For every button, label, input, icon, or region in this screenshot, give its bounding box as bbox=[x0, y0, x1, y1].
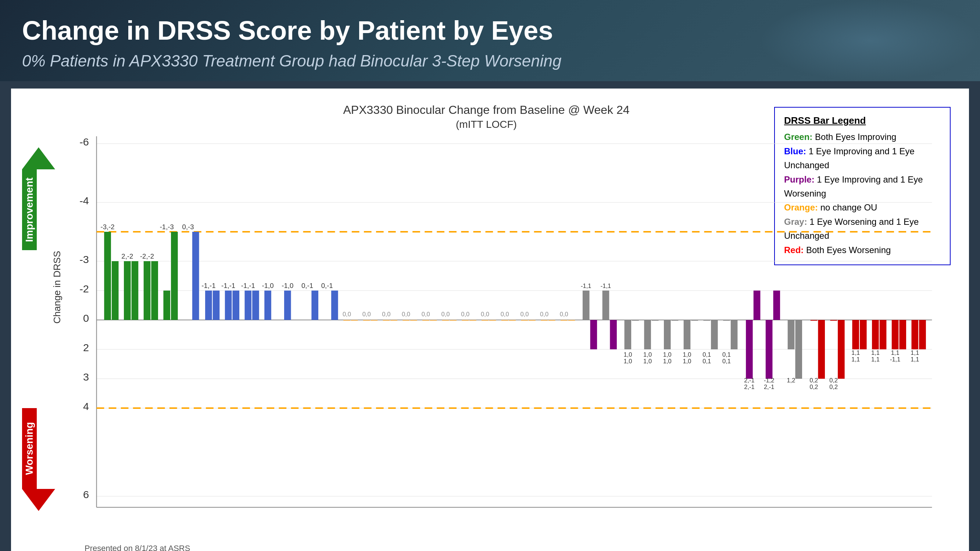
svg-text:-1,-1: -1,-1 bbox=[241, 282, 255, 290]
svg-text:0,0: 0,0 bbox=[343, 311, 351, 318]
svg-text:-3: -3 bbox=[80, 254, 89, 265]
svg-text:2,-2: 2,-2 bbox=[121, 253, 133, 260]
svg-rect-132 bbox=[795, 320, 802, 379]
svg-rect-30 bbox=[163, 291, 170, 320]
svg-text:1,0: 1,0 bbox=[624, 358, 632, 365]
down-arrow-triangle bbox=[22, 489, 55, 511]
svg-text:2: 2 bbox=[83, 342, 89, 353]
svg-text:1,0: 1,0 bbox=[663, 351, 671, 358]
svg-text:1,2: 1,2 bbox=[787, 377, 795, 384]
header: Change in DRSS Score by Patient by Eyes … bbox=[0, 0, 980, 81]
svg-rect-57 bbox=[343, 320, 350, 321]
svg-text:0,0: 0,0 bbox=[441, 311, 450, 318]
svg-text:-1,-3: -1,-3 bbox=[160, 223, 174, 231]
svg-text:0,0: 0,0 bbox=[422, 311, 430, 318]
svg-rect-135 bbox=[818, 320, 825, 379]
svg-text:1,1: 1,1 bbox=[851, 356, 860, 363]
svg-rect-42 bbox=[245, 291, 252, 320]
svg-rect-61 bbox=[371, 320, 378, 321]
svg-rect-143 bbox=[860, 320, 867, 349]
svg-text:0,0: 0,0 bbox=[461, 311, 469, 318]
svg-rect-73 bbox=[450, 320, 457, 321]
svg-text:0,2: 0,2 bbox=[829, 384, 838, 391]
svg-rect-63 bbox=[383, 320, 390, 321]
svg-rect-115 bbox=[703, 320, 710, 321]
svg-rect-146 bbox=[872, 320, 879, 349]
svg-rect-45 bbox=[264, 291, 271, 320]
svg-text:1,1: 1,1 bbox=[851, 350, 860, 356]
improvement-label: Improvement bbox=[22, 169, 37, 250]
svg-text:-1,-1: -1,-1 bbox=[202, 282, 215, 290]
svg-text:1,1: 1,1 bbox=[871, 350, 880, 356]
svg-rect-87 bbox=[541, 320, 548, 321]
svg-rect-112 bbox=[691, 320, 698, 321]
svg-text:1,0: 1,0 bbox=[663, 358, 671, 365]
svg-rect-52 bbox=[311, 291, 318, 320]
svg-rect-154 bbox=[912, 320, 919, 349]
svg-text:0,0: 0,0 bbox=[481, 311, 489, 318]
svg-text:1,1: 1,1 bbox=[891, 350, 899, 356]
svg-rect-151 bbox=[899, 320, 906, 349]
svg-rect-147 bbox=[880, 320, 887, 349]
svg-text:0,0: 0,0 bbox=[402, 311, 410, 318]
svg-rect-93 bbox=[582, 291, 590, 320]
svg-text:-1,1: -1,1 bbox=[601, 283, 611, 289]
svg-text:0,2: 0,2 bbox=[829, 377, 838, 384]
svg-rect-131 bbox=[788, 320, 795, 349]
svg-text:-3,-2: -3,-2 bbox=[101, 223, 115, 231]
svg-text:0,0: 0,0 bbox=[560, 311, 568, 318]
svg-text:-1,1: -1,1 bbox=[581, 283, 591, 289]
svg-rect-24 bbox=[124, 261, 131, 320]
svg-rect-123 bbox=[746, 320, 753, 379]
svg-rect-150 bbox=[892, 320, 899, 349]
svg-rect-111 bbox=[684, 320, 691, 349]
svg-rect-128 bbox=[773, 291, 780, 320]
svg-text:4: 4 bbox=[83, 401, 89, 412]
svg-rect-96 bbox=[603, 291, 609, 320]
svg-text:-1,0: -1,0 bbox=[262, 282, 274, 290]
svg-rect-103 bbox=[644, 320, 651, 349]
subtitle: 0% Patients in APX3330 Treatment Group h… bbox=[22, 52, 958, 70]
svg-text:0,-1: 0,-1 bbox=[301, 282, 313, 290]
svg-rect-27 bbox=[144, 261, 151, 320]
svg-text:-6: -6 bbox=[80, 136, 89, 148]
svg-rect-34 bbox=[192, 232, 199, 320]
svg-rect-99 bbox=[625, 320, 632, 349]
svg-text:-2,-2: -2,-2 bbox=[140, 253, 154, 260]
svg-rect-120 bbox=[731, 320, 738, 349]
svg-rect-40 bbox=[232, 291, 239, 320]
svg-text:1,0: 1,0 bbox=[683, 351, 692, 358]
svg-rect-21 bbox=[104, 232, 111, 320]
svg-rect-104 bbox=[652, 320, 659, 321]
svg-text:1,0: 1,0 bbox=[683, 358, 692, 365]
svg-text:0,1: 0,1 bbox=[722, 358, 731, 365]
svg-rect-85 bbox=[528, 320, 536, 321]
svg-rect-58 bbox=[351, 320, 358, 321]
svg-text:2,-1: 2,-1 bbox=[744, 377, 754, 384]
svg-rect-22 bbox=[112, 261, 119, 320]
svg-rect-134 bbox=[811, 320, 818, 321]
svg-rect-116 bbox=[711, 320, 718, 349]
chart-container: APX3330 Binocular Change from Baseline @… bbox=[11, 89, 969, 551]
up-arrow-triangle bbox=[22, 147, 55, 169]
svg-rect-127 bbox=[766, 320, 773, 379]
svg-rect-155 bbox=[919, 320, 926, 349]
svg-text:-1,1: -1,1 bbox=[890, 356, 900, 363]
svg-rect-100 bbox=[632, 320, 639, 321]
svg-rect-142 bbox=[852, 320, 859, 349]
svg-rect-90 bbox=[561, 320, 568, 321]
svg-text:0,2: 0,2 bbox=[810, 377, 818, 384]
svg-text:0,-3: 0,-3 bbox=[182, 223, 194, 231]
svg-text:0,0: 0,0 bbox=[520, 311, 528, 318]
chart-svg: -6 -4 -3 -2 0 2 3 4 6 -3,-2 2,-2 -2,-2 bbox=[66, 125, 940, 514]
svg-text:-2: -2 bbox=[80, 283, 89, 295]
svg-text:1,0: 1,0 bbox=[624, 351, 632, 358]
svg-text:0,0: 0,0 bbox=[540, 311, 549, 318]
svg-text:-1,2: -1,2 bbox=[764, 377, 774, 384]
footer-text: Presented on 8/1/23 at ASRS bbox=[84, 544, 190, 551]
svg-text:1,1: 1,1 bbox=[871, 356, 880, 363]
svg-rect-82 bbox=[509, 320, 516, 321]
svg-text:-1,0: -1,0 bbox=[282, 282, 293, 290]
svg-text:0,1: 0,1 bbox=[722, 351, 731, 358]
svg-text:1,0: 1,0 bbox=[643, 358, 652, 365]
